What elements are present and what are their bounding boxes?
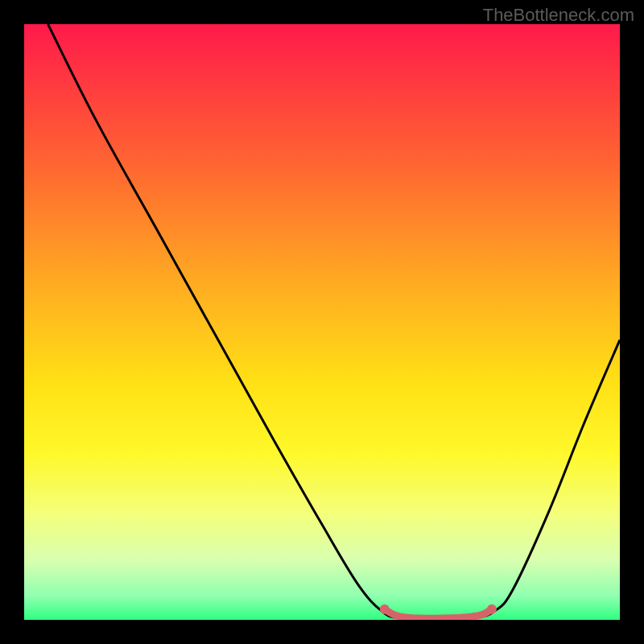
bottleneck-chart <box>24 24 620 620</box>
chart-svg <box>24 24 620 620</box>
watermark-text: TheBottleneck.com <box>483 5 634 26</box>
gradient-background <box>24 24 620 620</box>
optimal-band-endpoint <box>487 605 497 614</box>
optimal-band-endpoint <box>380 605 390 614</box>
